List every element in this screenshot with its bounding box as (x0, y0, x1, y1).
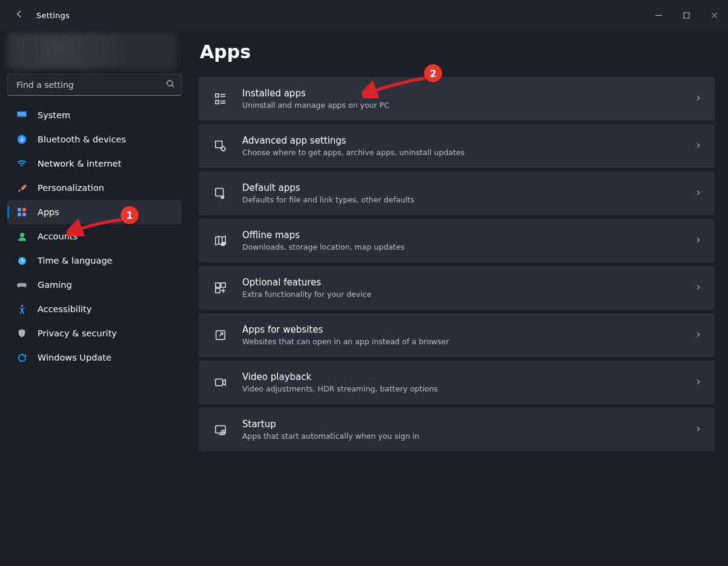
svg-point-15 (221, 147, 225, 150)
main-content: Apps Installed apps Uninstall and manage… (189, 30, 728, 566)
minimize-button[interactable] (644, 0, 672, 30)
user-profile[interactable] (7, 33, 177, 69)
sidebar-item-accounts[interactable]: Accounts (7, 224, 182, 248)
page-title: Apps (200, 41, 715, 62)
card-startup[interactable]: Startup Apps that start automatically wh… (199, 408, 715, 451)
gaming-icon (15, 279, 29, 290)
sidebar-item-accessibility[interactable]: Accessibility (7, 297, 182, 321)
sidebar-item-apps[interactable]: Apps (7, 200, 182, 224)
sidebar-item-label: Gaming (38, 280, 72, 290)
clock-icon (15, 256, 29, 266)
svg-rect-20 (216, 288, 220, 293)
card-title: Apps for websites (242, 324, 449, 336)
sidebar-item-label: Bluetooth & devices (38, 135, 126, 144)
card-optional-features[interactable]: Optional features Extra functionality fo… (199, 266, 715, 310)
sidebar-item-label: Privacy & security (38, 328, 117, 338)
sidebar-item-label: Time & language (38, 256, 113, 265)
svg-rect-19 (221, 283, 225, 287)
sidebar-item-system[interactable]: System (7, 103, 182, 127)
search-input[interactable] (15, 79, 166, 90)
svg-rect-0 (684, 13, 689, 18)
annotation-badge-1: 1 (121, 206, 139, 224)
sidebar-item-personalization[interactable]: Personalization (7, 176, 182, 200)
card-subtitle: Apps that start automatically when you s… (242, 431, 419, 441)
card-subtitle: Choose where to get apps, archive apps, … (242, 148, 465, 157)
settings-card-list: Installed apps Uninstall and manage apps… (199, 77, 715, 451)
card-title: Optional features (242, 277, 371, 289)
back-button[interactable] (12, 9, 27, 21)
window-controls (644, 0, 728, 30)
svg-rect-13 (216, 101, 219, 104)
sidebar-item-label: Windows Update (38, 353, 111, 362)
svg-rect-23 (216, 426, 226, 433)
bluetooth-icon (15, 135, 29, 144)
svg-rect-14 (216, 141, 222, 148)
card-advanced-app-settings[interactable]: Advanced app settings Choose where to ge… (199, 124, 715, 168)
chevron-right-icon (695, 236, 701, 246)
search-box[interactable] (7, 74, 182, 96)
card-subtitle: Extra functionality for your device (242, 290, 371, 299)
chevron-right-icon (695, 188, 701, 199)
chevron-right-icon (695, 141, 701, 151)
sidebar-item-label: System (38, 110, 70, 120)
open-external-icon (212, 328, 229, 342)
svg-point-9 (19, 233, 24, 237)
card-default-apps[interactable]: Default apps Defaults for file and link … (199, 171, 715, 215)
advanced-settings-icon (212, 139, 229, 153)
titlebar: Settings (0, 0, 728, 30)
sidebar-item-bluetooth[interactable]: Bluetooth & devices (7, 127, 182, 151)
card-title: Video playback (242, 371, 438, 384)
update-icon (15, 353, 29, 363)
sidebar-item-label: Accessibility (38, 304, 91, 314)
svg-rect-18 (216, 283, 220, 287)
svg-rect-8 (22, 213, 25, 216)
sidebar-item-time[interactable]: Time & language (7, 248, 182, 273)
card-subtitle: Defaults for file and link types, other … (242, 195, 414, 204)
card-title: Startup (242, 419, 419, 431)
annotation-badge-2: 2 (424, 64, 442, 82)
close-button[interactable] (700, 0, 728, 30)
card-video-playback[interactable]: Video playback Video adjustments, HDR st… (199, 361, 715, 404)
card-subtitle: Uninstall and manage apps on your PC (242, 101, 389, 110)
brush-icon (15, 183, 29, 193)
card-subtitle: Video adjustments, HDR streaming, batter… (242, 384, 438, 393)
app-title: Settings (36, 11, 70, 20)
card-installed-apps[interactable]: Installed apps Uninstall and manage apps… (199, 77, 715, 121)
chevron-right-icon (695, 94, 701, 104)
chevron-right-icon (695, 330, 701, 341)
search-icon (166, 79, 175, 90)
maximize-button[interactable] (672, 0, 700, 30)
card-title: Offline maps (242, 230, 405, 242)
svg-rect-7 (18, 213, 21, 216)
chevron-right-icon (695, 283, 701, 293)
svg-rect-3 (18, 116, 27, 118)
svg-point-1 (167, 81, 173, 86)
sidebar: System Bluetooth & devices Network & int… (0, 30, 189, 566)
apps-icon (15, 207, 29, 217)
svg-rect-16 (216, 188, 223, 196)
shield-icon (15, 328, 29, 338)
card-offline-maps[interactable]: Offline maps Downloads, storage location… (199, 219, 715, 262)
svg-rect-5 (18, 208, 21, 211)
map-icon (212, 234, 229, 247)
nav-list: System Bluetooth & devices Network & int… (0, 103, 189, 370)
svg-rect-6 (22, 208, 25, 211)
card-apps-for-websites[interactable]: Apps for websites Websites that can open… (199, 313, 715, 357)
sidebar-item-gaming[interactable]: Gaming (7, 273, 182, 297)
card-title: Advanced app settings (242, 135, 465, 147)
card-subtitle: Downloads, storage location, map updates (242, 242, 405, 251)
features-icon (212, 281, 229, 295)
card-subtitle: Websites that can open in an app instead… (242, 337, 449, 346)
svg-rect-22 (216, 379, 223, 386)
wifi-icon (15, 158, 29, 169)
accessibility-icon (15, 304, 29, 315)
sidebar-item-privacy[interactable]: Privacy & security (7, 321, 182, 345)
svg-point-11 (21, 305, 23, 307)
sidebar-item-update[interactable]: Windows Update (7, 345, 182, 370)
startup-icon (212, 423, 229, 436)
sidebar-item-network[interactable]: Network & internet (7, 151, 182, 176)
sidebar-item-label: Network & internet (38, 159, 121, 168)
svg-rect-12 (216, 94, 219, 98)
chevron-right-icon (695, 425, 701, 435)
default-apps-icon (212, 187, 229, 200)
